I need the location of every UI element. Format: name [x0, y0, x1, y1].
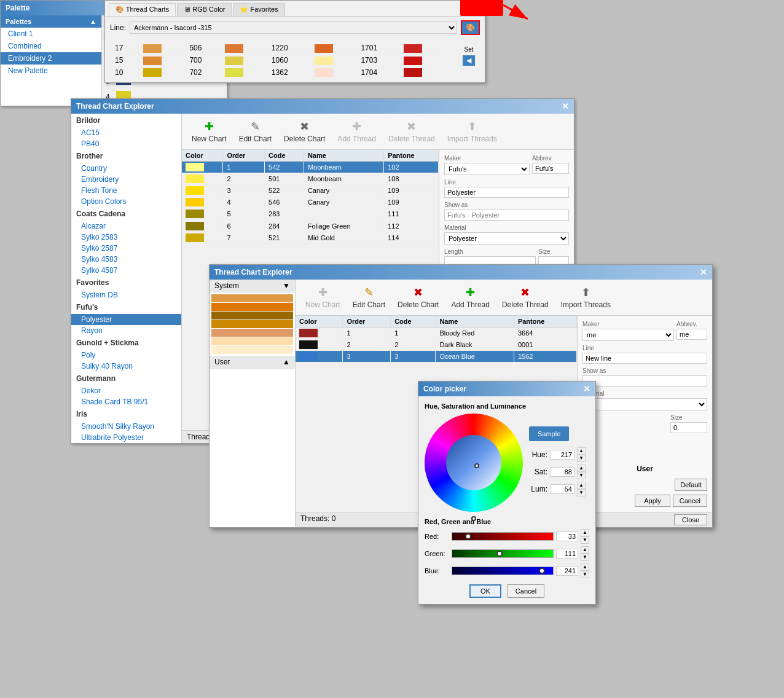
- abbrev-input[interactable]: [532, 163, 569, 174]
- sidebar-item-sylko4587[interactable]: Sylko 4587: [71, 265, 181, 276]
- red-slider-thumb[interactable]: [465, 533, 471, 539]
- table-row[interactable]: 1 542 Moonbeam 102: [182, 162, 439, 173]
- add-thread-button-1[interactable]: ✚ Add Thread: [332, 117, 381, 146]
- table-row[interactable]: 17 506 1220 1701: [111, 42, 447, 54]
- hue-down[interactable]: ▼: [577, 455, 586, 462]
- delete-thread-button-2[interactable]: ✖ Delete Thread: [497, 283, 554, 312]
- delete-chart-button-1[interactable]: ✖ Delete Chart: [279, 117, 330, 146]
- user-big-label: User: [582, 458, 707, 475]
- green-down[interactable]: ▼: [581, 554, 589, 561]
- hue-up[interactable]: ▲: [577, 447, 586, 455]
- table-row[interactable]: 1 1 Bloody Red 3664: [296, 327, 577, 339]
- sidebar-item-country[interactable]: Country: [71, 163, 181, 174]
- ok-button[interactable]: OK: [469, 584, 501, 598]
- table-row[interactable]: 5 283 111: [182, 208, 439, 220]
- line-select[interactable]: Ackermann - Isacord -315: [130, 22, 457, 34]
- sidebar-item-flesh-tone[interactable]: Flesh Tone: [71, 185, 181, 196]
- add-thread-button-2[interactable]: ✚ Add Thread: [446, 283, 495, 312]
- sidebar-item-shade-card[interactable]: Shade Card TB 95/1: [71, 396, 181, 407]
- sat-up[interactable]: ▲: [577, 465, 586, 472]
- edit-chart-button-2[interactable]: ✎ Edit Chart: [348, 283, 390, 312]
- sidebar-item-sulky40[interactable]: Sulky 40 Rayon: [71, 361, 181, 372]
- table-row[interactable]: 10 702 1362 1704: [111, 66, 447, 79]
- line-input-2[interactable]: [582, 353, 707, 364]
- import-threads-button-2[interactable]: ⬆ Import Threads: [556, 283, 616, 312]
- material-select-2[interactable]: [582, 398, 707, 410]
- sidebar-item-dekor[interactable]: Dekor: [71, 385, 181, 396]
- cancel-button[interactable]: Cancel: [673, 495, 707, 507]
- sidebar-item-embroidery[interactable]: Embroidery: [71, 174, 181, 185]
- sidebar-item-embroidery2[interactable]: Embroidery 2: [1, 52, 101, 65]
- table-row[interactable]: 2 2 Dark Black 0001: [296, 339, 577, 351]
- system-expander[interactable]: System ▼: [210, 280, 295, 292]
- abbrev-input-2[interactable]: [676, 329, 707, 340]
- sidebar-item-smooth[interactable]: Smooth'N Silky Rayon: [71, 421, 181, 432]
- sidebar-item-sylko2583[interactable]: Sylko 2583: [71, 232, 181, 243]
- lum-up[interactable]: ▲: [577, 482, 586, 489]
- sidebar-item-ac15[interactable]: AC15: [71, 127, 181, 138]
- close-button[interactable]: Close: [674, 514, 707, 525]
- user-expander[interactable]: User ▲: [210, 356, 295, 369]
- sat-input[interactable]: [550, 467, 574, 477]
- blue-up[interactable]: ▲: [581, 563, 589, 571]
- default-button[interactable]: Default: [675, 479, 707, 491]
- blue-down[interactable]: ▼: [581, 571, 589, 578]
- red-input[interactable]: [556, 531, 578, 541]
- table-row[interactable]: 4 546 Canary 109: [182, 197, 439, 208]
- table-row[interactable]: 2 501 Moonbeam 108: [182, 173, 439, 185]
- lum-input[interactable]: [550, 484, 574, 494]
- tce-close-1[interactable]: ✕: [562, 101, 569, 111]
- red-down[interactable]: ▼: [581, 536, 589, 544]
- apply-button[interactable]: Apply: [635, 495, 670, 507]
- table-row[interactable]: 15 700 1060 1703: [111, 54, 447, 66]
- hue-input[interactable]: [550, 450, 574, 460]
- maker-select[interactable]: Fufu's: [444, 163, 530, 175]
- sidebar-item-poly[interactable]: Poly: [71, 350, 181, 361]
- green-up[interactable]: ▲: [581, 546, 589, 554]
- tab-rgb-color[interactable]: 🖥 RGB Color: [177, 3, 232, 16]
- sidebar-item-sylko4583[interactable]: Sylko 4583: [71, 254, 181, 265]
- delete-thread-button-1[interactable]: ✖ Delete Thread: [383, 117, 440, 146]
- sidebar-item-sylko2587[interactable]: Sylko 2587: [71, 243, 181, 254]
- sidebar-item-system-db[interactable]: System DB: [71, 289, 181, 300]
- lum-down[interactable]: ▼: [577, 489, 586, 496]
- table-row[interactable]: 7 521 Mid Gold 114: [182, 232, 439, 243]
- set-button[interactable]: ◀: [463, 55, 475, 66]
- show-as-input[interactable]: [444, 210, 569, 221]
- sidebar-item-client1[interactable]: Client 1: [1, 28, 101, 40]
- sidebar-item-alcazar[interactable]: Alcazar: [71, 221, 181, 232]
- sidebar-item-polyester[interactable]: Polyester: [71, 314, 181, 325]
- green-input[interactable]: [556, 549, 578, 559]
- table-row[interactable]: 6 284 Foliage Green 112: [182, 220, 439, 232]
- sidebar-item-rayon[interactable]: Rayon: [71, 325, 181, 336]
- tce-close-2[interactable]: ✕: [700, 267, 707, 277]
- sat-down[interactable]: ▼: [577, 472, 586, 479]
- sidebar-item-option-colors[interactable]: Option Colors: [71, 196, 181, 207]
- size-input-2[interactable]: [670, 422, 707, 433]
- tab-thread-charts[interactable]: 🎨 Thread Charts: [109, 3, 176, 16]
- tab-favorites[interactable]: ⭐ Favorites: [233, 3, 284, 16]
- blue-input[interactable]: [556, 566, 578, 576]
- sidebar-item-combined[interactable]: Combined: [1, 40, 101, 52]
- import-threads-button-1[interactable]: ⬆ Import Threads: [442, 117, 502, 146]
- edit-chart-button-1[interactable]: ✎ Edit Chart: [234, 117, 276, 146]
- material-select[interactable]: Polyester: [444, 232, 569, 245]
- new-chart-button-2[interactable]: ✚ New Chart: [300, 283, 345, 312]
- green-slider-thumb[interactable]: [496, 551, 503, 557]
- table-row[interactable]: 3 522 Canary 109: [182, 185, 439, 197]
- sidebar-item-new-palette[interactable]: New Palette: [1, 65, 101, 77]
- new-chart-button-1[interactable]: ✚ New Chart: [187, 117, 232, 146]
- table-row[interactable]: 3 3 Ocean Blue 1562: [296, 351, 577, 363]
- blue-slider-thumb[interactable]: [539, 568, 545, 574]
- sidebar-item-pb40[interactable]: PB40: [71, 138, 181, 149]
- sidebar-item-ultrabrite[interactable]: Ultrabrite Polyester: [71, 432, 181, 443]
- cp-close[interactable]: ✕: [583, 384, 590, 394]
- sample-button[interactable]: Sample: [529, 426, 569, 441]
- red-up[interactable]: ▲: [581, 529, 589, 536]
- line-input[interactable]: [444, 187, 569, 198]
- show-as-input-2[interactable]: [582, 375, 707, 386]
- maker-select-2[interactable]: me: [582, 329, 674, 341]
- delete-chart-button-2[interactable]: ✖ Delete Chart: [393, 283, 444, 312]
- color-wheel[interactable]: [425, 414, 523, 512]
- cp-cancel-button[interactable]: Cancel: [508, 584, 544, 598]
